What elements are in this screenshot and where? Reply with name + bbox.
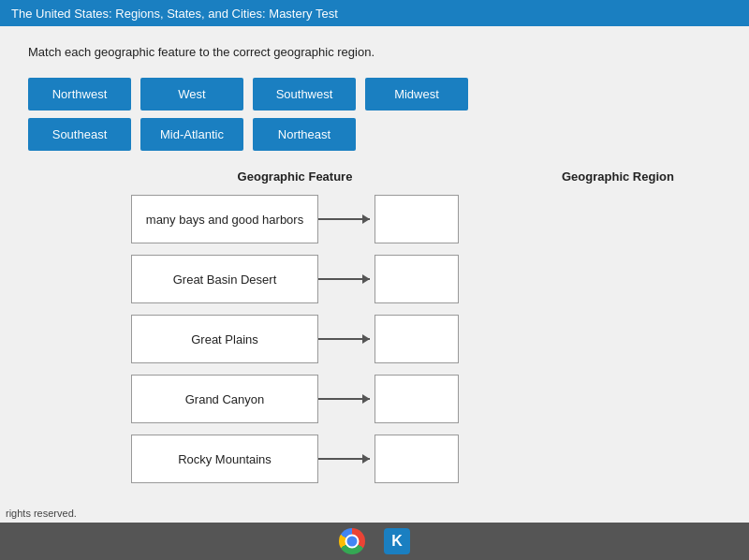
arrow-line-inner-1 <box>318 278 370 280</box>
feature-box-4: Rocky Mountains <box>131 435 318 483</box>
region-answer-box-2[interactable] <box>374 315 459 363</box>
region-btn-mid-atlantic[interactable]: Mid-Atlantic <box>140 118 243 151</box>
region-row-2: Southeast Mid-Atlantic Northeast <box>28 118 721 151</box>
feature-row-1: Great Basin Desert <box>131 255 459 303</box>
region-row-1: Northwest West Southwest Midwest <box>28 78 721 111</box>
region-btn-northwest[interactable]: Northwest <box>28 78 131 111</box>
region-col-header: Geographic Region <box>562 169 674 184</box>
feature-row-0: many bays and good harbors <box>131 195 459 243</box>
footer-rights: rights reserved. <box>0 506 82 521</box>
region-answer-box-3[interactable] <box>374 375 459 423</box>
arrow-line-inner-3 <box>318 398 370 400</box>
feature-box-3: Grand Canyon <box>131 375 318 423</box>
arrow-2 <box>318 338 374 340</box>
arrow-line-inner-4 <box>318 458 370 460</box>
chrome-icon[interactable] <box>339 528 365 554</box>
feature-box-2: Great Plains <box>131 315 318 363</box>
feature-col-header: Geographic Feature <box>131 169 459 184</box>
region-buttons-container: Northwest West Southwest Midwest Southea… <box>28 78 721 151</box>
region-answer-box-1[interactable] <box>374 255 459 303</box>
arrow-4 <box>318 458 374 460</box>
region-btn-west[interactable]: West <box>140 78 243 111</box>
instruction-text: Match each geographic feature to the cor… <box>28 45 721 59</box>
arrow-line-inner-2 <box>318 338 370 340</box>
region-btn-southwest[interactable]: Southwest <box>253 78 356 111</box>
header-title: The United States: Regions, States, and … <box>11 7 338 21</box>
region-col-header-wrapper: Geographic Region <box>562 169 674 195</box>
arrow-3 <box>318 398 374 400</box>
header-bar: The United States: Regions, States, and … <box>0 0 749 26</box>
bottom-bar: K <box>0 523 749 560</box>
region-btn-northeast[interactable]: Northeast <box>253 118 356 151</box>
arrow-1 <box>318 278 374 280</box>
arrow-line-inner-0 <box>318 218 370 220</box>
feature-row-3: Grand Canyon <box>131 375 459 423</box>
feature-box-0: many bays and good harbors <box>131 195 318 243</box>
feature-row-2: Great Plains <box>131 315 459 363</box>
arrow-0 <box>318 218 374 220</box>
k-icon[interactable]: K <box>384 528 410 554</box>
region-answer-box-4[interactable] <box>374 435 459 483</box>
feature-row-4: Rocky Mountains <box>131 435 459 483</box>
feature-column: Geographic Feature many bays and good ha… <box>131 169 459 494</box>
feature-box-1: Great Basin Desert <box>131 255 318 303</box>
region-answer-box-0[interactable] <box>374 195 459 243</box>
region-btn-southeast[interactable]: Southeast <box>28 118 131 151</box>
region-btn-midwest[interactable]: Midwest <box>365 78 468 111</box>
matching-area: Geographic Feature many bays and good ha… <box>131 169 721 494</box>
main-content: Match each geographic feature to the cor… <box>0 26 749 523</box>
